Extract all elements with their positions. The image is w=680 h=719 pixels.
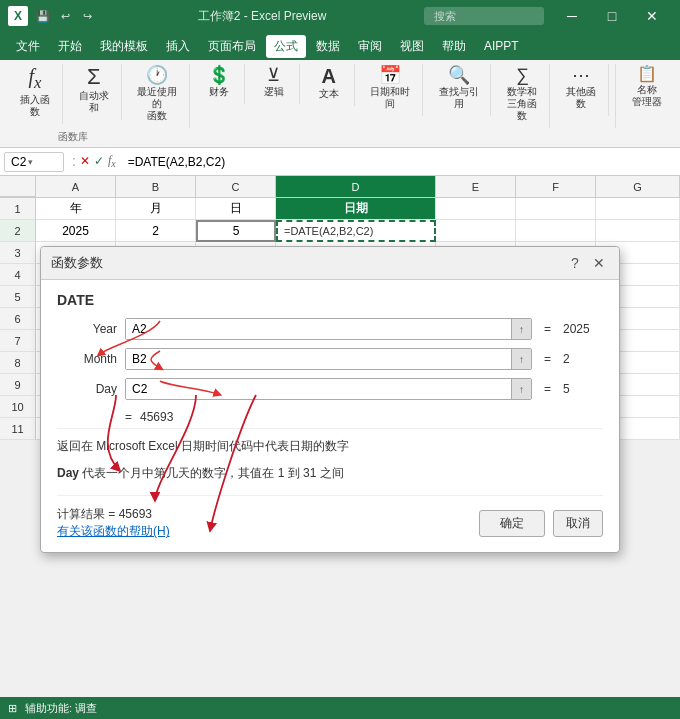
ribbon-group-recently-used: 🕐 最近使用的函数 bbox=[126, 64, 190, 128]
arg-input-day[interactable] bbox=[126, 379, 511, 399]
recently-used-label: 最近使用的函数 bbox=[134, 86, 181, 122]
arg-collapse-month[interactable]: ↑ bbox=[511, 349, 531, 369]
ok-button[interactable]: 确定 bbox=[479, 510, 545, 537]
accessibility-label: 辅助功能: 调查 bbox=[25, 701, 97, 716]
save-button[interactable]: 💾 bbox=[34, 7, 52, 25]
math-button[interactable]: ∑ 数学和三角函数 bbox=[499, 64, 545, 124]
minimize-button[interactable]: ─ bbox=[552, 0, 592, 32]
menu-item-home[interactable]: 开始 bbox=[50, 35, 90, 58]
financial-button[interactable]: 💲 财务 bbox=[197, 64, 241, 100]
arg-input-wrap-month: ↑ bbox=[125, 348, 532, 370]
financial-icon: 💲 bbox=[208, 66, 230, 84]
datetime-label: 日期和时间 bbox=[367, 86, 414, 110]
arg-input-month[interactable] bbox=[126, 349, 511, 369]
name-manager-label: 名称管理器 bbox=[632, 84, 662, 108]
cell-b2[interactable]: 2 bbox=[116, 220, 196, 242]
quick-access-toolbar: 💾 ↩ ↪ bbox=[34, 7, 96, 25]
cell-d2[interactable]: =DATE(A2,B2,C2) bbox=[276, 220, 436, 242]
recently-used-button[interactable]: 🕐 最近使用的函数 bbox=[130, 64, 185, 124]
logical-label: 逻辑 bbox=[264, 86, 284, 98]
ribbon-group-financial: 💲 财务 bbox=[194, 64, 245, 104]
autosum-button[interactable]: Σ 自动求和 bbox=[71, 64, 117, 116]
menu-item-layout[interactable]: 页面布局 bbox=[200, 35, 264, 58]
col-header-b: B bbox=[116, 176, 196, 197]
cell-e2[interactable] bbox=[436, 220, 516, 242]
formula-separator: : bbox=[72, 153, 76, 169]
cell-c2[interactable]: 5 bbox=[196, 220, 276, 242]
function-arguments-dialog: 函数参数 ? ✕ DATE Year ↑ = 2025 bbox=[40, 246, 620, 553]
cell-a1[interactable]: 年 bbox=[36, 198, 116, 220]
cancel-button[interactable]: 取消 bbox=[553, 510, 603, 537]
cell-reference-box[interactable]: C2 ▾ bbox=[4, 152, 64, 172]
arg-label-day: Day bbox=[57, 382, 117, 396]
param-name-day: Day bbox=[57, 466, 79, 480]
arg-value-day: 5 bbox=[563, 382, 603, 396]
search-input[interactable] bbox=[424, 7, 544, 25]
menu-item-review[interactable]: 审阅 bbox=[350, 35, 390, 58]
cell-c1[interactable]: 日 bbox=[196, 198, 276, 220]
dialog-help-icon[interactable]: ? bbox=[565, 253, 585, 273]
column-header-row: A B C D E F G bbox=[0, 176, 680, 198]
datetime-button[interactable]: 📅 日期和时间 bbox=[363, 64, 418, 112]
arg-collapse-year[interactable]: ↑ bbox=[511, 319, 531, 339]
ribbon-group-logical: ⊻ 逻辑 bbox=[249, 64, 300, 104]
formula-cancel-icon[interactable]: ✕ bbox=[80, 154, 90, 168]
result-value: 45693 bbox=[140, 410, 173, 424]
arg-label-year: Year bbox=[57, 322, 117, 336]
menu-item-data[interactable]: 数据 bbox=[308, 35, 348, 58]
cell-d1[interactable]: 日期 bbox=[276, 198, 436, 220]
cell-f1[interactable] bbox=[516, 198, 596, 220]
dialog-buttons: 确定 取消 bbox=[479, 510, 603, 537]
formula-confirm-icon[interactable]: ✓ bbox=[94, 154, 104, 168]
ribbon-group-lookup: 🔍 查找与引用 bbox=[427, 64, 491, 116]
menu-item-aippt[interactable]: AIPPT bbox=[476, 36, 527, 56]
cell-e1[interactable] bbox=[436, 198, 516, 220]
close-button[interactable]: ✕ bbox=[632, 0, 672, 32]
math-icon: ∑ bbox=[516, 66, 529, 84]
menu-item-help[interactable]: 帮助 bbox=[434, 35, 474, 58]
cell-a2[interactable]: 2025 bbox=[36, 220, 116, 242]
cell-f2[interactable] bbox=[516, 220, 596, 242]
row-num-2: 2 bbox=[0, 220, 36, 242]
text-button[interactable]: A 文本 bbox=[307, 64, 351, 102]
dialog-help-link[interactable]: 有关该函数的帮助(H) bbox=[57, 524, 170, 538]
cell-g2[interactable] bbox=[596, 220, 680, 242]
arg-input-wrap-year: ↑ bbox=[125, 318, 532, 340]
dialog-body: DATE Year ↑ = 2025 Month bbox=[41, 280, 619, 552]
undo-button[interactable]: ↩ bbox=[56, 7, 74, 25]
name-manager-button[interactable]: 📋 名称管理器 bbox=[625, 64, 669, 110]
sheet-icon: ⊞ bbox=[8, 702, 17, 715]
formula-fn-icon[interactable]: fx bbox=[108, 153, 116, 169]
cell-g1[interactable] bbox=[596, 198, 680, 220]
dialog-footer-left: 计算结果 = 45693 有关该函数的帮助(H) bbox=[57, 506, 170, 540]
text-icon: A bbox=[322, 66, 336, 86]
status-bar: ⊞ 辅助功能: 调查 bbox=[0, 697, 680, 719]
redo-button[interactable]: ↪ bbox=[78, 7, 96, 25]
cell-b1[interactable]: 月 bbox=[116, 198, 196, 220]
menu-item-file[interactable]: 文件 bbox=[8, 35, 48, 58]
logical-button[interactable]: ⊻ 逻辑 bbox=[252, 64, 296, 100]
lookup-button[interactable]: 🔍 查找与引用 bbox=[431, 64, 486, 112]
autosum-icon: Σ bbox=[87, 66, 101, 88]
col-header-g: G bbox=[596, 176, 680, 197]
arg-input-year[interactable] bbox=[126, 319, 511, 339]
menu-item-formula[interactable]: 公式 bbox=[266, 35, 306, 58]
maximize-button[interactable]: □ bbox=[592, 0, 632, 32]
result-equals: = bbox=[125, 410, 132, 424]
formula-input[interactable] bbox=[124, 153, 676, 171]
math-label: 数学和三角函数 bbox=[503, 86, 541, 122]
menu-item-templates[interactable]: 我的模板 bbox=[92, 35, 156, 58]
menu-item-insert[interactable]: 插入 bbox=[158, 35, 198, 58]
ribbon-group-math: ∑ 数学和三角函数 bbox=[495, 64, 550, 128]
dialog-close-icon[interactable]: ✕ bbox=[589, 253, 609, 273]
dialog-title-bar: 函数参数 ? ✕ bbox=[41, 247, 619, 280]
arg-input-wrap-day: ↑ bbox=[125, 378, 532, 400]
arg-row-year: Year ↑ = 2025 bbox=[57, 318, 603, 340]
ribbon-group-insert-fn: fx 插入函数 bbox=[8, 64, 63, 124]
insert-fn-button[interactable]: fx 插入函数 bbox=[12, 64, 58, 120]
arg-label-month: Month bbox=[57, 352, 117, 366]
col-header-f: F bbox=[516, 176, 596, 197]
menu-item-view[interactable]: 视图 bbox=[392, 35, 432, 58]
arg-collapse-day[interactable]: ↑ bbox=[511, 379, 531, 399]
other-fn-button[interactable]: ⋯ 其他函数 bbox=[558, 64, 604, 112]
